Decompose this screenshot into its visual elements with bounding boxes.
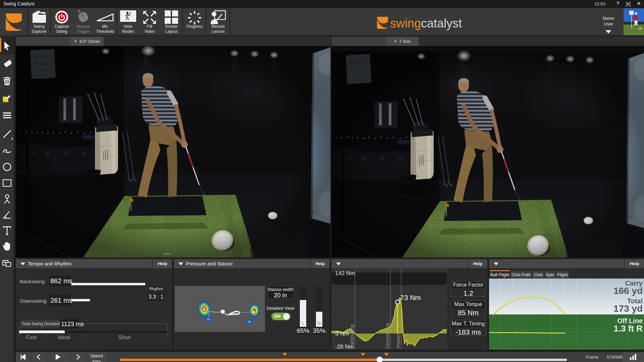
svg-text:Downswing: Downswing (384, 323, 390, 349)
svg-text:142 Nm: 142 Nm (335, 270, 355, 277)
svg-text:0 Nm: 0 Nm (335, 330, 349, 337)
svg-text:Backswing: Backswing (349, 324, 355, 349)
svg-text:73 Nm: 73 Nm (400, 294, 421, 301)
svg-text:Impact: Impact (395, 333, 401, 349)
svg-text:1.3 ft R: 1.3 ft R (613, 323, 643, 334)
svg-text:166 yd: 166 yd (613, 286, 643, 296)
svg-text:173 yd: 173 yd (613, 303, 643, 314)
